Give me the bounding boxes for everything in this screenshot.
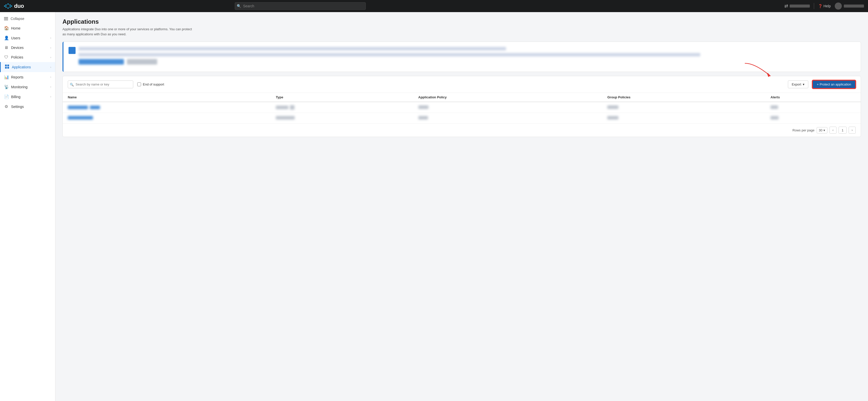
sidebar-item-settings[interactable]: ⚙ Settings: [0, 102, 55, 112]
search-input[interactable]: [68, 81, 133, 88]
sidebar-item-monitoring[interactable]: 📡 Monitoring ›: [0, 82, 55, 92]
chevron-down-icon: ▾: [824, 128, 825, 132]
info-banner: [62, 41, 861, 72]
duo-wordmark: duo: [14, 3, 24, 9]
svg-rect-2: [9, 4, 10, 5]
svg-rect-5: [5, 6, 6, 7]
chevron-right-icon: ›: [51, 86, 51, 88]
svg-rect-8: [5, 64, 7, 66]
column-header-alerts: Alerts: [766, 93, 861, 102]
account-icon: ⇄: [784, 3, 788, 9]
group-policy-cell: [602, 113, 766, 123]
svg-rect-10: [5, 67, 7, 68]
svg-rect-3: [4, 5, 5, 6]
nav-divider: [814, 3, 814, 9]
current-page-number: 1: [839, 126, 846, 134]
app-name-cell: [63, 102, 271, 113]
column-header-app-policy: Application Policy: [413, 93, 602, 102]
end-of-support-checkbox[interactable]: [137, 83, 141, 86]
sidebar-item-home[interactable]: 🏠 Home: [0, 23, 55, 33]
table-toolbar: 🔍 End of support Export ▾ + Protect an a…: [63, 76, 861, 93]
alerts-blurred: [771, 116, 779, 119]
sidebar-item-applications[interactable]: Applications ›: [0, 62, 55, 72]
column-header-group-policies: Group Policies: [602, 93, 766, 102]
page-description: Applications integrate Duo into one or m…: [62, 27, 193, 36]
search-wrapper[interactable]: 🔍: [68, 81, 133, 88]
alerts-blurred: [771, 106, 778, 109]
cisco-logo-icon: [4, 3, 12, 8]
sidebar-item-label-home: Home: [11, 26, 51, 30]
help-label: Help: [824, 4, 831, 8]
logo: duo: [4, 3, 24, 9]
export-button[interactable]: Export ▾: [788, 81, 808, 88]
chevron-right-icon: ›: [51, 66, 51, 68]
app-type-cell: [271, 102, 413, 113]
previous-page-button[interactable]: ‹: [830, 126, 837, 134]
account-switcher[interactable]: ⇄: [784, 3, 810, 9]
monitoring-icon: 📡: [4, 85, 8, 89]
global-search-input[interactable]: [235, 2, 366, 10]
table-row[interactable]: [63, 113, 861, 123]
sidebar: Collapse 🏠 Home 👤 Users › 🖥 Devices › 🛡 …: [0, 12, 55, 401]
chevron-down-icon: ▾: [803, 83, 805, 86]
collapse-button[interactable]: Collapse: [0, 14, 55, 23]
global-search[interactable]: 🔍: [235, 2, 366, 10]
username-blurred: [844, 4, 864, 7]
alerts-cell: [766, 113, 861, 123]
applications-table: Name Type Application Policy Group Polic…: [63, 93, 861, 123]
collapse-label: Collapse: [10, 17, 24, 21]
top-navigation: duo 🔍 ⇄ ❓ Help: [0, 0, 868, 12]
table-row[interactable]: [63, 102, 861, 113]
rows-per-page-value: 30: [819, 128, 823, 132]
svg-rect-1: [5, 4, 6, 5]
svg-rect-6: [9, 6, 10, 7]
end-of-support-label: End of support: [143, 83, 164, 86]
svg-rect-0: [7, 3, 8, 4]
chevron-right-icon: ›: [51, 47, 51, 49]
chevron-right-icon: ›: [51, 36, 51, 39]
sidebar-item-label-monitoring: Monitoring: [11, 85, 48, 89]
end-of-support-filter[interactable]: End of support: [137, 83, 164, 86]
search-icon: 🔍: [237, 4, 241, 8]
topnav-right: ⇄ ❓ Help: [784, 2, 864, 9]
sidebar-item-devices[interactable]: 🖥 Devices ›: [0, 43, 55, 53]
chevron-left-icon: ‹: [833, 128, 834, 132]
alerts-cell: [766, 102, 861, 113]
app-name-blurred: [68, 106, 88, 109]
sidebar-item-label-users: Users: [11, 36, 48, 40]
sidebar-item-users[interactable]: 👤 Users ›: [0, 33, 55, 43]
sidebar-item-policies[interactable]: 🛡 Policies ›: [0, 53, 55, 62]
rows-per-page: Rows per page 30 ▾: [793, 127, 828, 134]
protect-application-button[interactable]: + Protect an application: [812, 80, 856, 88]
svg-rect-9: [7, 64, 9, 66]
user-profile[interactable]: [835, 2, 864, 9]
sidebar-item-label-applications: Applications: [12, 65, 48, 69]
app-type-blurred: [276, 106, 288, 109]
chevron-right-icon: ›: [51, 56, 51, 59]
banner-link-1: [79, 59, 124, 64]
sidebar-item-billing[interactable]: 📄 Billing ›: [0, 92, 55, 102]
app-name-blurred: [68, 116, 93, 119]
account-name-blurred: [790, 4, 810, 7]
help-button[interactable]: ❓ Help: [818, 4, 831, 8]
app-name-blurred-2: [90, 106, 100, 109]
chevron-right-icon: ›: [51, 76, 51, 79]
rows-per-page-select[interactable]: 30 ▾: [817, 127, 828, 134]
main-content: Applications Applications integrate Duo …: [55, 12, 868, 401]
sidebar-item-reports[interactable]: 📊 Reports ›: [0, 72, 55, 82]
policies-icon: 🛡: [4, 55, 8, 59]
next-page-button[interactable]: ›: [848, 126, 856, 134]
app-policy-blurred: [418, 106, 429, 109]
settings-icon: ⚙: [4, 104, 8, 109]
rows-per-page-label: Rows per page: [793, 128, 814, 132]
group-policy-blurred: [607, 116, 618, 119]
group-policy-cell: [602, 102, 766, 113]
chevron-right-icon: ›: [51, 95, 51, 98]
app-name-cell: [63, 113, 271, 123]
chevron-right-icon: ›: [851, 128, 852, 132]
app-type-icon-blurred: [290, 105, 294, 110]
sidebar-item-label-billing: Billing: [11, 95, 48, 99]
column-header-type: Type: [271, 93, 413, 102]
applications-icon: [5, 64, 9, 69]
app-type-cell: [271, 113, 413, 123]
